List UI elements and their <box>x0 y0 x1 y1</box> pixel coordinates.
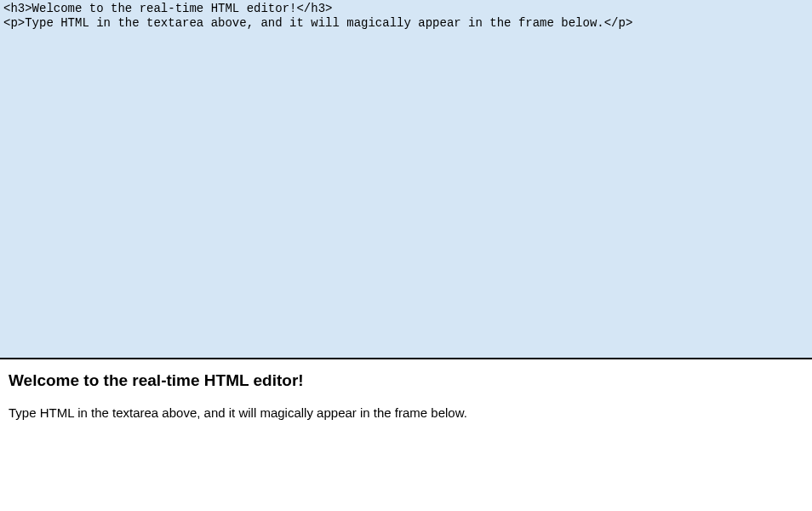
preview-heading: Welcome to the real-time HTML editor! <box>9 371 803 390</box>
html-source-editor[interactable] <box>0 0 812 358</box>
preview-paragraph: Type HTML in the textarea above, and it … <box>9 405 803 420</box>
html-preview-frame: Welcome to the real-time HTML editor! Ty… <box>0 359 812 511</box>
